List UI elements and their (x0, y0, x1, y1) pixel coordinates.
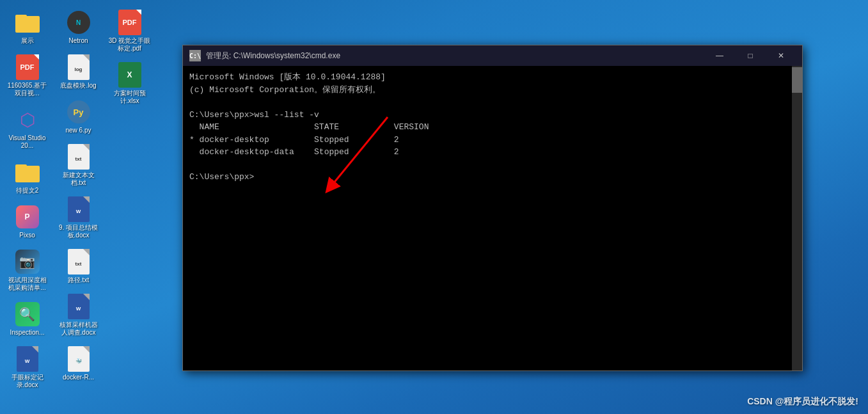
cmd-line-6: * docker-desktop Stopped 2 (189, 134, 796, 147)
maximize-button[interactable]: □ (736, 45, 765, 66)
icon-label: 手眼标定记录.docx (5, 374, 49, 389)
desktop-icons-area: 展示 PDF 1160365.基于双目视... ⬡ Visual Studio … (0, 0, 173, 414)
cmd-window: C:\ 管理员: C:\Windows\system32\cmd.exe — □… (182, 45, 803, 371)
desktop-icon-camera[interactable]: 📷 视试用深度相机采购清单... (3, 246, 51, 295)
icon-label: 待提文2 (16, 187, 39, 195)
scrollbar-thumb (792, 67, 802, 93)
icon-label: 新建文本文档.txt (56, 171, 100, 187)
desktop-icon-excel[interactable]: X 方案时间预计.xlsx (106, 59, 154, 108)
icon-label: 底盘模块.log (60, 82, 96, 90)
cmd-line-4: C:\Users\ppx>wsl --list -v (189, 109, 796, 122)
desktop-icon-folder2[interactable]: 待提文2 (3, 156, 51, 198)
icon-label: 视试用深度相机采购清单... (5, 276, 49, 292)
desktop-icon-txt1[interactable]: txt 新建文本文档.txt (54, 141, 102, 190)
minimize-button[interactable]: — (705, 45, 734, 66)
desktop-icon-log[interactable]: log 底盘模块.log (54, 51, 102, 93)
cmd-line-5: NAME STATE VERSION (189, 121, 796, 134)
csdn-watermark: CSDN @程序员进化不脱发! (747, 396, 858, 408)
cmd-app-icon: C:\ (189, 50, 201, 61)
icon-label: 3D 视觉之手眼标定.pdf (107, 37, 152, 52)
icon-label: 1160365.基于双目视... (5, 82, 49, 97)
cmd-titlebar: C:\ 管理员: C:\Windows\system32\cmd.exe — □… (183, 45, 802, 66)
icon-label: Pixso (19, 232, 35, 239)
icon-label: 核算采样机器人调查.docx (56, 321, 100, 337)
cmd-line-3 (189, 96, 796, 109)
window-controls: — □ ✕ (705, 45, 796, 66)
cmd-line-1: Microsoft Windows [版本 10.0.19044.1288] (189, 71, 796, 84)
desktop-icon-docx3[interactable]: W 核算采样机器人调查.docx (54, 291, 102, 340)
cmd-line-7: docker-desktop-data Stopped 2 (189, 146, 796, 159)
cmd-output-area[interactable]: Microsoft Windows [版本 10.0.19044.1288] (… (183, 66, 802, 370)
cmd-scrollbar[interactable] (792, 66, 802, 370)
icon-label: 9. 项目总结模板.docx (56, 224, 100, 239)
desktop-icon-vs[interactable]: ⬡ Visual Studio 20... (3, 104, 51, 153)
icon-label: Visual Studio 20... (5, 134, 49, 150)
desktop-icon-pdf2[interactable]: PDF 3D 视觉之手眼标定.pdf (106, 6, 154, 56)
icon-label: Netron (68, 37, 88, 45)
desktop-icon-docker[interactable]: 🐳 docker-R... (54, 343, 102, 385)
desktop-icon-docx1[interactable]: W 手眼标定记录.docx (3, 343, 51, 392)
desktop-icon-docx2[interactable]: W 9. 项目总结模板.docx (54, 193, 102, 243)
desktop-icon-exhibition[interactable]: 展示 (3, 6, 51, 48)
close-button[interactable]: ✕ (766, 45, 796, 66)
icon-label: docker-R... (63, 374, 94, 381)
icon-label: 路径.txt (68, 276, 89, 284)
icon-label: new 6.py (65, 127, 91, 134)
cmd-line-8 (189, 159, 796, 171)
desktop-icon-txt2[interactable]: txt 路径.txt (54, 246, 102, 287)
desktop-icon-pixso[interactable]: P Pixso (3, 201, 51, 243)
desktop-icon-py[interactable]: Py new 6.py (54, 96, 102, 138)
desktop-icon-inspection[interactable]: 🔍 Inspection... (3, 298, 51, 340)
desktop-icon-netron[interactable]: N Netron (54, 6, 102, 48)
desktop: 展示 PDF 1160365.基于双目视... ⬡ Visual Studio … (0, 0, 868, 414)
icon-label: 方案时间预计.xlsx (107, 90, 152, 105)
cmd-title-text: 管理员: C:\Windows\system32\cmd.exe (206, 51, 705, 61)
icon-label: 展示 (21, 37, 34, 45)
desktop-icon-pdf1[interactable]: PDF 1160365.基于双目视... (3, 51, 51, 100)
icon-label: Inspection... (10, 329, 45, 337)
watermark-text: CSDN @程序员进化不脱发! (747, 396, 858, 406)
cmd-line-2: (c) Microsoft Corporation。保留所有权利。 (189, 84, 796, 97)
cmd-line-9: C:\Users\ppx> (189, 171, 796, 184)
